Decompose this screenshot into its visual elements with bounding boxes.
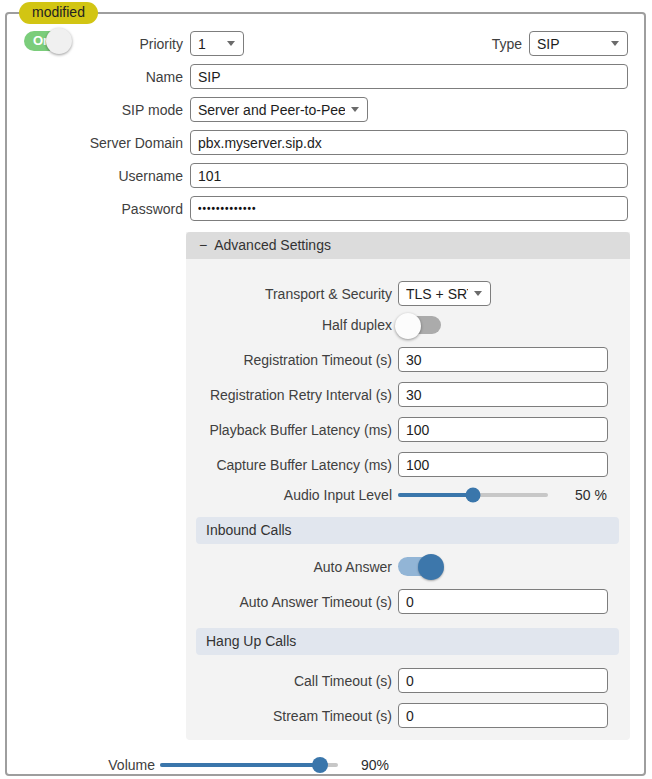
volume-value: 90% [361, 757, 389, 773]
password-input[interactable] [190, 196, 628, 221]
priority-select[interactable]: 1 [190, 31, 244, 56]
advanced-settings-header[interactable]: −Advanced Settings [186, 232, 630, 259]
advanced-settings-panel: −Advanced Settings Transport & Security … [186, 232, 630, 740]
registration-timeout-input[interactable] [398, 347, 608, 372]
advanced-settings-title: Advanced Settings [214, 237, 331, 253]
toggle-knob-icon [395, 313, 421, 339]
row-priority-type: On Priority 1 Type SIP [9, 31, 628, 56]
row-sip-mode: SIP mode Server and Peer-to-Peer [9, 97, 628, 122]
name-label: Name [9, 69, 190, 85]
slider-knob[interactable] [312, 757, 328, 773]
chevron-down-icon [474, 291, 482, 296]
registration-retry-label: Registration Retry Interval (s) [186, 387, 398, 403]
auto-answer-timeout-label: Auto Answer Timeout (s) [186, 594, 398, 610]
slider-knob[interactable] [466, 488, 481, 503]
call-timeout-label: Call Timeout (s) [186, 673, 398, 689]
row-name: Name [9, 64, 628, 89]
row-auto-answer: Auto Answer [186, 557, 610, 576]
inbound-calls-header: Inbound Calls [196, 517, 619, 544]
row-half-duplex: Half duplex [186, 316, 610, 334]
registration-timeout-label: Registration Timeout (s) [186, 352, 398, 368]
auto-answer-toggle[interactable] [398, 557, 441, 576]
half-duplex-toggle[interactable] [398, 316, 441, 334]
chevron-down-icon [611, 41, 619, 46]
server-domain-input[interactable] [190, 130, 628, 155]
stream-timeout-label: Stream Timeout (s) [186, 708, 398, 724]
username-label: Username [9, 168, 190, 184]
sip-mode-value: Server and Peer-to-Peer [198, 102, 345, 118]
capture-latency-input[interactable] [398, 452, 608, 477]
registration-retry-input[interactable] [398, 382, 608, 407]
sip-endpoint-settings-panel: modified On Priority 1 Type SIP Name SIP… [5, 12, 646, 776]
row-playback-latency: Playback Buffer Latency (ms) [186, 417, 610, 442]
sip-mode-label: SIP mode [9, 102, 190, 118]
hang-up-calls-header: Hang Up Calls [196, 628, 619, 655]
toggle-knob-icon [418, 554, 444, 580]
half-duplex-label: Half duplex [186, 317, 398, 333]
row-username: Username [9, 163, 628, 188]
modified-badge: modified [19, 2, 98, 24]
row-registration-retry: Registration Retry Interval (s) [186, 382, 610, 407]
type-select[interactable]: SIP [529, 31, 628, 56]
transport-security-value: TLS + SRTP [406, 286, 468, 302]
slider-fill [398, 493, 473, 497]
name-input[interactable] [190, 64, 628, 89]
audio-input-level-slider[interactable] [398, 493, 548, 497]
audio-input-level-label: Audio Input Level [186, 487, 398, 503]
chevron-down-icon [227, 41, 235, 46]
row-auto-answer-timeout: Auto Answer Timeout (s) [186, 589, 610, 614]
password-label: Password [9, 201, 190, 217]
endpoint-enabled-toggle[interactable]: On [24, 31, 69, 51]
row-server-domain: Server Domain [9, 130, 628, 155]
server-domain-label: Server Domain [9, 135, 190, 151]
slider-fill [160, 763, 320, 767]
collapse-minus-icon: − [199, 237, 207, 253]
transport-security-label: Transport & Security [186, 286, 398, 302]
playback-latency-label: Playback Buffer Latency (ms) [186, 422, 398, 438]
row-capture-latency: Capture Buffer Latency (ms) [186, 452, 610, 477]
username-input[interactable] [190, 163, 628, 188]
auto-answer-label: Auto Answer [186, 559, 398, 575]
chevron-down-icon [351, 107, 359, 112]
audio-input-level-value: 50 % [575, 487, 607, 503]
playback-latency-input[interactable] [398, 417, 608, 442]
sip-mode-select[interactable]: Server and Peer-to-Peer [190, 97, 368, 122]
row-password: Password [9, 196, 628, 221]
volume-label: Volume [9, 757, 160, 773]
toggle-knob-icon [46, 28, 72, 54]
type-value: SIP [537, 36, 605, 52]
row-volume: Volume 90% [9, 757, 628, 773]
stream-timeout-input[interactable] [398, 703, 608, 728]
call-timeout-input[interactable] [398, 668, 608, 693]
row-stream-timeout: Stream Timeout (s) [186, 703, 610, 728]
type-label: Type [492, 36, 529, 52]
row-registration-timeout: Registration Timeout (s) [186, 347, 610, 372]
auto-answer-timeout-input[interactable] [398, 589, 608, 614]
row-call-timeout: Call Timeout (s) [186, 668, 610, 693]
row-audio-input-level: Audio Input Level 50 % [186, 487, 610, 503]
capture-latency-label: Capture Buffer Latency (ms) [186, 457, 398, 473]
row-transport-security: Transport & Security TLS + SRTP [186, 281, 610, 306]
transport-security-select[interactable]: TLS + SRTP [398, 281, 491, 306]
volume-slider[interactable] [160, 763, 338, 767]
priority-value: 1 [198, 36, 221, 52]
